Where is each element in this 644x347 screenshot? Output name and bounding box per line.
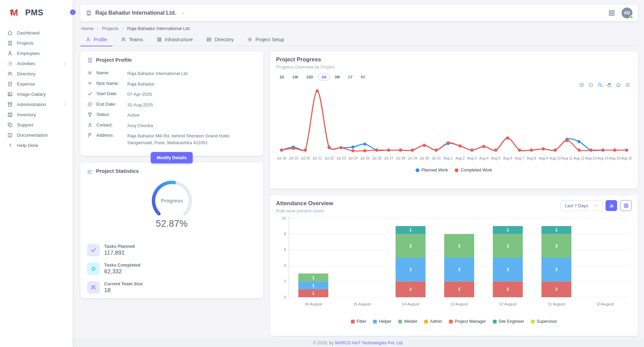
sidebar-item-label: Projects	[17, 41, 34, 46]
stat-value: 18	[104, 287, 143, 294]
sidebar-item-icon	[7, 61, 13, 66]
tab-icon	[121, 37, 126, 42]
time-range-button[interactable]: 15D	[303, 74, 317, 80]
app-logo[interactable]: M PMS	[0, 0, 73, 26]
zoom-in-icon[interactable]	[579, 82, 584, 88]
field-value: 07-Apr-2025	[127, 91, 256, 98]
chevron-down-icon	[594, 203, 598, 208]
tab[interactable]: Profile	[80, 34, 112, 46]
legend-item[interactable]: Site Engineer	[493, 319, 524, 324]
attendance-chart[interactable]: 024681011116 August15 August233114 Augus…	[276, 215, 632, 318]
sidebar-item-label: Employees	[17, 51, 40, 56]
legend-item[interactable]: Project Manager	[449, 319, 486, 324]
sidebar-item[interactable]: Help Desk	[0, 140, 73, 150]
legend-item[interactable]: Supervisor	[531, 319, 557, 324]
svg-text:1: 1	[312, 291, 315, 296]
legend-swatch	[416, 168, 419, 172]
breadcrumb-item[interactable]: Projects ›	[102, 26, 124, 31]
zoom-out-icon[interactable]	[588, 82, 594, 88]
sidebar-collapse-button[interactable]	[69, 9, 77, 16]
sidebar-item[interactable]: Employees	[0, 48, 73, 58]
tab[interactable]: Teams	[116, 34, 148, 46]
legend-item[interactable]: Completed Work	[455, 168, 492, 172]
tab[interactable]: Infrastructure	[151, 34, 198, 46]
modify-details-button[interactable]: Modify Details	[151, 152, 192, 163]
pan-icon[interactable]	[607, 82, 612, 88]
apps-grid-icon[interactable]	[608, 9, 615, 17]
field-icon	[87, 70, 93, 76]
attendance-card-subtitle: Role-wise present count	[276, 208, 333, 213]
time-range-button[interactable]: 1Y	[344, 74, 356, 80]
footer: © 2025, by MARCO AIoT Technologies Pvt. …	[73, 338, 644, 347]
footer-text: © 2025, by	[313, 341, 334, 345]
svg-text:3: 3	[458, 244, 461, 248]
svg-text:Jul 29: Jul 29	[408, 156, 417, 160]
svg-text:Aug 14: Aug 14	[597, 156, 609, 160]
sidebar-item-icon	[7, 91, 13, 97]
legend-item[interactable]: Fitter	[351, 319, 366, 324]
time-range-button[interactable]: 3M	[331, 74, 343, 80]
sidebar-item[interactable]: Expense	[0, 79, 73, 89]
sidebar-item[interactable]: Dashboard	[0, 28, 73, 38]
field-icon	[87, 81, 93, 86]
svg-text:Jul 18: Jul 18	[277, 156, 286, 160]
selection-zoom-icon[interactable]	[597, 82, 603, 88]
profile-field: Nick Name: Raja Bahadur	[87, 79, 256, 89]
sidebar-item-icon	[7, 50, 13, 56]
legend-item[interactable]: Admin	[424, 319, 442, 324]
svg-text:Jul 23: Jul 23	[336, 156, 346, 160]
svg-text:Aug 12: Aug 12	[574, 156, 585, 160]
svg-text:Aug 7: Aug 7	[515, 156, 524, 160]
time-range-button[interactable]: 1D	[276, 74, 288, 80]
sidebar: M PMS Dashboard Projects Employees	[0, 0, 73, 347]
footer-link[interactable]: MARCO AIoT Technologies Pvt. Ltd.	[335, 341, 403, 345]
legend-item[interactable]: Helper	[373, 319, 391, 324]
home-reset-icon[interactable]	[616, 82, 621, 88]
attendance-overview-card: Attendance Overview Role-wise present co…	[270, 195, 638, 336]
legend-item[interactable]: Planned Work	[416, 168, 448, 172]
user-avatar[interactable]: AD	[622, 7, 632, 18]
time-range-button[interactable]: 5Y	[357, 74, 369, 80]
svg-text:1: 1	[312, 283, 315, 288]
building-badge-icon	[87, 57, 93, 63]
field-value: Active	[127, 111, 256, 119]
sidebar-item[interactable]: Image Gallary	[0, 89, 73, 99]
tab-icon	[247, 37, 253, 42]
time-range-button[interactable]: 1M	[318, 74, 330, 80]
project-progress-chart[interactable]: Jul 18Jul 19Jul 20Jul 21Jul 22Jul 23Jul …	[276, 81, 632, 167]
field-label: Start Date:	[96, 91, 124, 96]
sidebar-item[interactable]: Documentation	[0, 130, 73, 140]
table-view-button[interactable]	[620, 200, 632, 211]
sidebar-item-icon	[7, 30, 13, 36]
field-label: Contact:	[96, 122, 124, 127]
tab[interactable]: Project Setup	[242, 34, 289, 46]
range-dropdown[interactable]: Last 7 Days	[560, 200, 602, 211]
field-value: Raja Bahadur	[127, 80, 256, 88]
company-selector[interactable]: Raja Bahadur International Ltd.	[86, 10, 185, 16]
logo-letter: M	[11, 7, 18, 18]
time-range-selector: 1D 1W 15D 1M 3M 1Y 5Y	[276, 74, 632, 80]
breadcrumb-item[interactable]: Raja Bahadur International Ltd. ›	[127, 26, 191, 31]
sidebar-item[interactable]: Activities	[0, 58, 73, 69]
svg-text:0: 0	[284, 295, 286, 299]
sidebar-item[interactable]: Directory	[0, 69, 73, 79]
sidebar-item[interactable]: Projects	[0, 38, 73, 48]
bar-view-button[interactable]	[606, 200, 617, 211]
stat-label: Tasks Planned	[104, 244, 135, 249]
project-statistics-card: Project Statistics Progress 52.87%	[80, 163, 263, 298]
chevron-right-icon	[63, 61, 67, 66]
field-label: End Date:	[96, 101, 124, 107]
menu-icon[interactable]	[625, 82, 630, 88]
sidebar-item[interactable]: Administration	[0, 99, 73, 109]
sidebar-item-label: Activities	[17, 61, 35, 66]
sidebar-item[interactable]: Inventory	[0, 109, 73, 120]
sidebar-nav: Dashboard Projects Employees Activities	[0, 26, 73, 150]
legend-item[interactable]: Welder	[398, 319, 417, 324]
svg-text:3: 3	[458, 267, 461, 272]
time-range-button[interactable]: 1W	[289, 74, 302, 80]
sidebar-item[interactable]: Support	[0, 120, 73, 130]
tab-icon	[206, 37, 212, 42]
breadcrumb-item[interactable]: Home ›	[81, 26, 99, 31]
svg-text:Jul 24: Jul 24	[348, 156, 358, 160]
tab[interactable]: Directory	[201, 34, 239, 46]
